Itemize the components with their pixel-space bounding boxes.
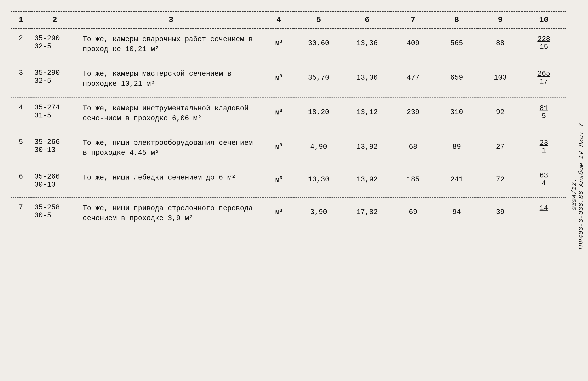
row-col7: 239 xyxy=(391,98,435,127)
row-col6: 13,12 xyxy=(343,98,391,127)
col-header-2: 2 xyxy=(31,12,79,28)
side-text-bottom: 9394/12. xyxy=(571,178,578,210)
row-col5: 35,70 xyxy=(294,63,343,92)
row-col7: 477 xyxy=(391,63,435,92)
col-header-6: 6 xyxy=(343,12,391,28)
row-unit: м3 xyxy=(263,167,294,192)
row-unit: м3 xyxy=(263,28,294,58)
row-col7: 185 xyxy=(391,167,435,192)
row-code: 35-266 30-13 xyxy=(31,132,79,161)
row-num: 5 xyxy=(11,132,31,161)
col-header-4: 4 xyxy=(263,12,294,28)
row-code: 35-266 30-13 xyxy=(31,167,79,192)
row-num: 4 xyxy=(11,98,31,127)
main-table: 1 2 3 4 5 6 7 8 9 10 235-290 32-5То же, … xyxy=(11,11,566,227)
row-num: 7 xyxy=(11,198,31,227)
row-col5: 4,90 xyxy=(294,132,343,161)
col-header-7: 7 xyxy=(391,12,435,28)
row-col9: 27 xyxy=(478,132,522,161)
row-unit: м3 xyxy=(263,132,294,161)
row-col9: 92 xyxy=(478,98,522,127)
table-row: 735-258 30-5То же, ниши привода стрелочн… xyxy=(11,198,566,227)
col-header-9: 9 xyxy=(478,12,522,28)
row-unit: м3 xyxy=(263,98,294,127)
row-num: 2 xyxy=(11,28,31,58)
row-col10: 231 xyxy=(522,132,566,161)
row-col10: 14— xyxy=(522,198,566,227)
row-col8: 89 xyxy=(435,132,479,161)
row-col6: 13,92 xyxy=(343,132,391,161)
col-header-3: 3 xyxy=(79,12,263,28)
row-col10: 26517 xyxy=(522,63,566,92)
row-col8: 241 xyxy=(435,167,479,192)
row-col9: 39 xyxy=(478,198,522,227)
table-row: 435-274 31-5То же, камеры инструментальн… xyxy=(11,98,566,127)
col-header-1: 1 xyxy=(11,12,31,28)
row-col9: 103 xyxy=(478,63,522,92)
row-col5: 18,20 xyxy=(294,98,343,127)
side-text: ТПР403-3-036.86 Альбом IV Лист 7 9394/12… xyxy=(569,11,586,370)
row-code: 35-274 31-5 xyxy=(31,98,79,127)
page: 1 2 3 4 5 6 7 8 9 10 235-290 32-5То же, … xyxy=(0,0,588,381)
row-description: То же, камеры мастерской сечением в прох… xyxy=(79,63,263,92)
row-unit: м3 xyxy=(263,63,294,92)
row-col6: 13,36 xyxy=(343,28,391,58)
row-num: 6 xyxy=(11,167,31,192)
row-col6: 13,36 xyxy=(343,63,391,92)
table-row: 535-266 30-13То же, ниши электрооборудов… xyxy=(11,132,566,161)
row-col5: 13,30 xyxy=(294,167,343,192)
table-row: 635-266 30-13То же, ниши лебедки сечение… xyxy=(11,167,566,192)
row-col10: 22815 xyxy=(522,28,566,58)
row-col5: 30,60 xyxy=(294,28,343,58)
row-col6: 13,92 xyxy=(343,167,391,192)
row-unit: м3 xyxy=(263,198,294,227)
row-col5: 3,90 xyxy=(294,198,343,227)
row-col7: 68 xyxy=(391,132,435,161)
table-container: 1 2 3 4 5 6 7 8 9 10 235-290 32-5То же, … xyxy=(11,11,566,370)
row-col10: 634 xyxy=(522,167,566,192)
row-description: То же, камеры инструментальной кладовой … xyxy=(79,98,263,127)
row-code: 35-290 32-5 xyxy=(31,28,79,58)
row-col8: 94 xyxy=(435,198,479,227)
row-col8: 659 xyxy=(435,63,479,92)
row-col8: 565 xyxy=(435,28,479,58)
table-row: 335-290 32-5То же, камеры мастерской сеч… xyxy=(11,63,566,92)
table-row: 235-290 32-5То же, камеры сварочных рабо… xyxy=(11,28,566,58)
row-col9: 72 xyxy=(478,167,522,192)
table-header-row: 1 2 3 4 5 6 7 8 9 10 xyxy=(11,12,566,28)
row-description: То же, ниши лебедки сечением до 6 м² xyxy=(79,167,263,192)
row-col9: 88 xyxy=(478,28,522,58)
row-col8: 310 xyxy=(435,98,479,127)
side-text-top: ТПР403-3-036.86 Альбом IV Лист 7 xyxy=(578,123,585,251)
row-num: 3 xyxy=(11,63,31,92)
row-code: 35-290 32-5 xyxy=(31,63,79,92)
row-col6: 17,82 xyxy=(343,198,391,227)
row-col7: 409 xyxy=(391,28,435,58)
col-header-10: 10 xyxy=(522,12,566,28)
row-col7: 69 xyxy=(391,198,435,227)
row-description: То же, ниши привода стрелочного перевода… xyxy=(79,198,263,227)
row-description: То же, камеры сварочных работ сечением в… xyxy=(79,28,263,58)
row-description: То же, ниши электрооборудования сечением… xyxy=(79,132,263,161)
col-header-8: 8 xyxy=(435,12,479,28)
row-col10: 815 xyxy=(522,98,566,127)
row-code: 35-258 30-5 xyxy=(31,198,79,227)
col-header-5: 5 xyxy=(294,12,343,28)
